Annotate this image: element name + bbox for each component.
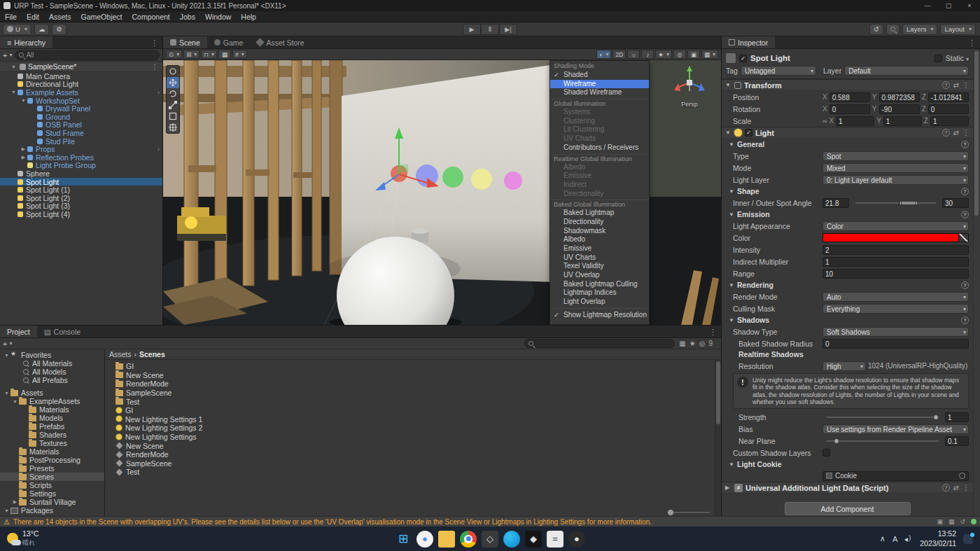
pause-button[interactable]: Ⅱ [481,24,499,35]
menu-item[interactable]: Clustering [550,117,649,126]
asset-item[interactable]: GI [108,406,721,415]
menu-item[interactable]: Global Illumination [550,99,649,108]
rotation-y-field[interactable]: -90 [879,104,920,114]
menu-bar-item[interactable]: Assets [44,11,76,22]
scene-audio-button[interactable]: ♪ [641,50,654,59]
rect-tool-button[interactable] [167,111,179,122]
tab-game[interactable]: Game [207,36,251,48]
menu-item[interactable]: Shaded Wireframe [550,88,649,97]
taskbar-app-icon[interactable] [503,531,520,547]
menu-bar-item[interactable]: Jobs [175,11,200,22]
expand-arrow[interactable]: ▼ [3,353,10,358]
hierarchy-item[interactable]: Spot Light (4) [0,210,162,218]
status-warning-text[interactable]: There are 14 objects in the Scene with o… [13,518,652,526]
tab-hierarchy[interactable]: ≡ Hierarchy [0,36,52,48]
tool-handle-position-button[interactable]: ⊙ [166,50,182,59]
near-plane-field[interactable]: 0.1 [945,436,969,446]
undo-history-button[interactable]: ↺ [869,24,883,35]
hierarchy-item[interactable]: Spot Light [0,178,162,186]
snap-magnet-button[interactable]: ⊓ [201,50,217,59]
scene-viewport[interactable]: Persp Shading Mode ✓Shaded Wireframe Sha… [163,60,721,325]
menu-item[interactable]: Lightmap Indices [550,288,649,298]
indirect-multiplier-field[interactable]: 1 [822,257,969,267]
active-checkbox[interactable]: ✓ [739,55,747,62]
shadows-section-header[interactable]: ▼Shadows? [722,314,973,326]
clock[interactable]: 13:52 2023/02/11 [920,529,956,547]
expand-arrow[interactable]: ▶ [20,146,27,152]
menu-item[interactable]: Baked Lightmap [550,209,649,218]
position-y-field[interactable]: 0.9872358 [879,92,920,102]
expand-arrow[interactable]: ▼ [10,90,18,95]
custom-shadow-layers-checkbox[interactable] [822,449,830,456]
hierarchy-item[interactable]: ▶ Props › [0,145,162,153]
folder-tree-item[interactable]: ▼ ExampleAssets [0,397,104,405]
position-x-field[interactable]: 0.588 [830,92,870,102]
color-swatch[interactable] [822,233,969,242]
expand-arrow[interactable]: ▼ [11,399,19,404]
menu-item[interactable]: Shadowmask [550,227,649,236]
help-icon[interactable]: ? [942,81,950,89]
hierarchy-item[interactable]: Main Camera [0,72,162,81]
folder-tree-item[interactable]: All Materials [0,359,104,368]
inner-angle-field[interactable]: 21.8 [822,198,849,208]
menu-item[interactable]: Directionality [550,190,649,199]
foldout-arrow[interactable]: ▼ [725,130,732,136]
folder-tree-item[interactable]: ▼ Favorites [0,351,104,359]
hierarchy-search-input[interactable]: All [15,50,160,60]
prefab-open-arrow[interactable]: › [158,146,160,153]
hierarchy-item[interactable]: ▼ Example Assets › [0,88,162,97]
status-bar[interactable]: ⚠ There are 14 objects in the Scene with… [0,516,980,526]
menu-item[interactable]: Contributors / Receivers [550,144,649,153]
scene-menu-icon[interactable]: ⋮ [147,60,163,73]
tab-project[interactable]: Project [0,326,37,337]
spot-angle-slider[interactable] [855,202,936,204]
hierarchy-item[interactable]: Ground [0,113,162,121]
expand-arrow[interactable]: ▼ [3,391,10,396]
camera-settings-button[interactable]: ▣ [687,50,700,59]
tab-inspector[interactable]: Inspector [722,36,775,48]
taskbar-app-icon[interactable] [438,531,455,547]
play-button[interactable]: ▶ [463,24,481,35]
cookie-object-field[interactable]: Cookie [822,471,969,481]
thumbnail-zoom-slider[interactable] [668,512,710,513]
menu-item[interactable]: Directionality [550,218,649,227]
volume-icon[interactable] [904,536,913,543]
cloud-services-button[interactable]: ☁ [34,24,50,35]
hierarchy-item[interactable]: Drywall Panel [0,104,162,113]
move-tool-button[interactable] [167,77,179,88]
hierarchy-item[interactable]: OSB Panel [0,121,162,130]
asset-item[interactable]: GI [108,362,721,371]
menu-item[interactable]: Baked Lightmap Culling [550,280,649,289]
close-button[interactable]: × [959,0,980,11]
menu-bar-item[interactable]: Component [127,11,174,22]
rotation-x-field[interactable]: 0 [830,104,870,114]
menu-item[interactable]: Albedo [550,163,649,172]
hierarchy-item[interactable]: Spot Light (3) [0,202,162,211]
rendering-section-header[interactable]: ▼Rendering? [722,279,973,291]
prefab-open-arrow[interactable]: › [158,89,160,96]
folder-tree-item[interactable]: Scripts [0,481,104,489]
render-mode-dropdown[interactable]: Auto [822,292,969,302]
hierarchy-item[interactable]: ▶ Reflection Probes [0,153,162,162]
search-by-type-icon[interactable]: ▦ [679,340,685,347]
tag-dropdown[interactable]: Untagged [741,66,816,76]
expand-arrow[interactable]: ▼ [10,64,18,69]
breadcrumb-root[interactable]: Assets [109,350,132,358]
position-z-field[interactable]: -1.012841 [928,92,969,102]
light-type-dropdown[interactable]: Spot [822,151,969,161]
object-name-field[interactable]: Spot Light [750,54,931,62]
collab-status-icon[interactable] [971,519,976,524]
eyedropper-icon[interactable] [958,234,968,242]
menu-item[interactable]: ✓Show Lightmap Resolution [550,311,649,320]
hidden-count-icon[interactable]: ◎ [699,340,706,347]
tray-chevron-icon[interactable]: ∧ [880,534,886,543]
asset-item[interactable]: New Scene [108,371,721,380]
breadcrumb-current[interactable]: Scenes [139,350,165,358]
search-button[interactable] [886,24,899,35]
panel-menu-icon[interactable]: ⋮ [146,36,162,48]
taskbar-app-icon[interactable]: = [547,531,564,547]
folder-tree-item[interactable]: Materials [0,447,104,456]
menu-bar-item[interactable]: File [0,11,22,22]
scale-tool-button[interactable] [167,99,179,111]
grid-snapping-button[interactable]: ⊞ [183,50,200,59]
